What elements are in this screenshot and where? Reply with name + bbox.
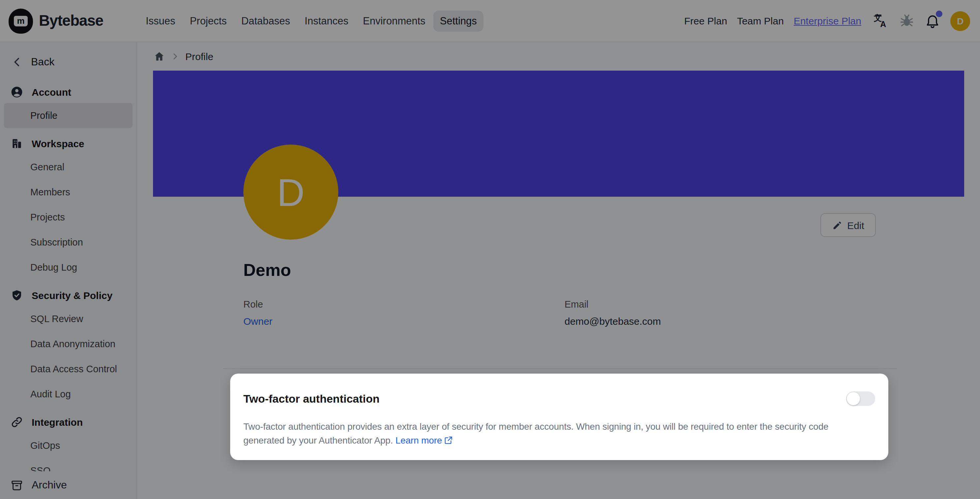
two-factor-card: Two-factor authentication Two-factor aut… — [230, 374, 888, 460]
two-factor-toggle[interactable] — [846, 391, 875, 406]
two-factor-header: Two-factor authentication — [243, 393, 875, 406]
learn-more-link[interactable]: Learn more — [395, 435, 442, 446]
two-factor-title: Two-factor authentication — [243, 393, 380, 406]
app-window: m Bytebase Issues Projects Databases Ins… — [0, 0, 980, 499]
two-factor-description-text: Two-factor authentication provides an ex… — [243, 421, 828, 446]
toggle-knob — [847, 392, 860, 405]
two-factor-description: Two-factor authentication provides an ex… — [243, 420, 875, 448]
external-link-icon — [444, 436, 453, 445]
